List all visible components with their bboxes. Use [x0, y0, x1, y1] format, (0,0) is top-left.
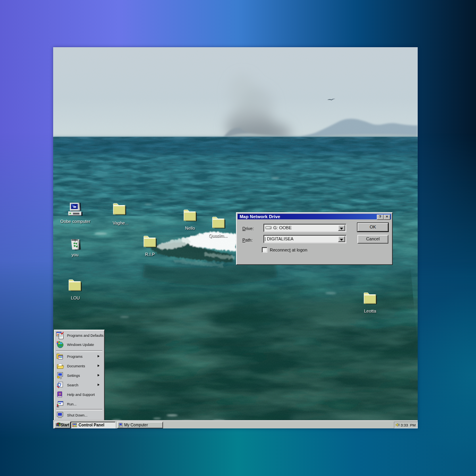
svg-text:?: ?	[59, 392, 61, 396]
